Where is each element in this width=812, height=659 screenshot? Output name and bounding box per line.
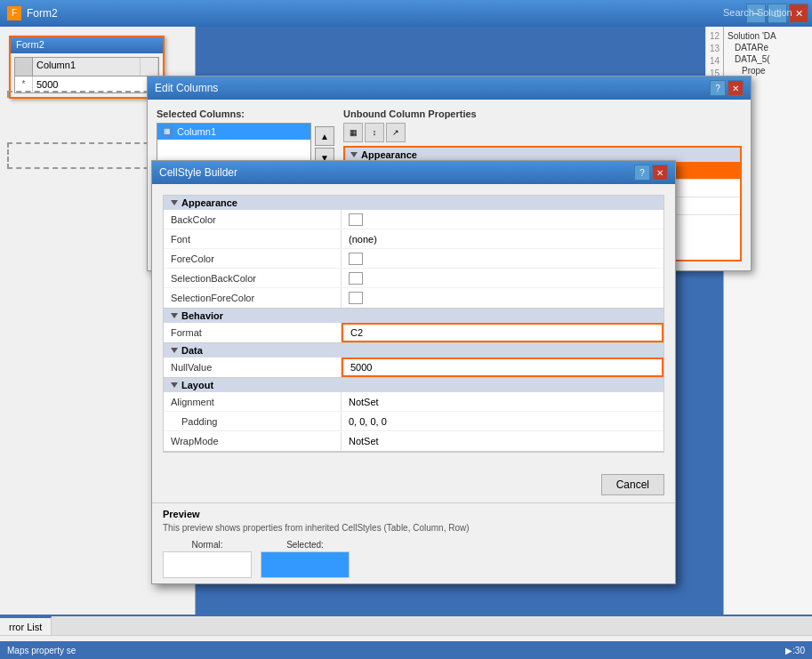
normal-label: Normal: [191, 540, 222, 550]
selected-preview: Selected: [261, 540, 350, 578]
search-solution-label: Search Solution [723, 7, 792, 18]
solution-properties-item[interactable]: Prope [742, 65, 808, 76]
sel-back-color-swatch [349, 272, 363, 285]
font-row[interactable]: Font (none) [164, 229, 663, 249]
main-layout: Form2 Column1 * 5000 [0, 27, 812, 659]
data5-label: DATA_5( [735, 54, 770, 64]
move-up-button[interactable]: ▲ [315, 126, 334, 146]
datagrid-header: Column1 [15, 58, 158, 76]
solution-dataresources-item[interactable]: DATARe [735, 42, 808, 53]
form2-title-bar: Form2 [11, 37, 163, 53]
back-color-swatch [349, 213, 363, 226]
layout-props: Alignment NotSet Padding 0, 0, 0, 0 Wrap… [164, 392, 663, 452]
cellstyle-help-button[interactable]: ? [634, 165, 650, 181]
cellstyle-close-button[interactable]: ✕ [652, 165, 668, 181]
line-12: 12 [706, 30, 723, 43]
form2-designer-window: Form2 Column1 * 5000 [9, 36, 165, 99]
appearance-expand-icon [171, 200, 178, 205]
alignment-value: NotSet [342, 392, 663, 411]
selection-back-color-label: SelectionBackColor [164, 269, 342, 287]
appearance-props: BackColor Font (none) ForeColor [164, 210, 663, 309]
unbound-props-label: Unbound Column Properties [343, 108, 742, 119]
back-color-row[interactable]: BackColor [164, 210, 663, 229]
layout-expand-icon [171, 382, 178, 388]
behavior-section-header: Behavior [164, 309, 663, 323]
datagrid-preview: Column1 * 5000 [14, 57, 159, 93]
selection-back-color-value [342, 269, 663, 287]
props-view-btn1[interactable]: ▦ [343, 123, 363, 142]
solution-root-item[interactable]: Solution 'DA [728, 30, 808, 42]
wrap-mode-label: WrapMode [164, 431, 342, 451]
extra-col-header [141, 58, 158, 76]
appearance-section-label: Appearance [181, 197, 237, 208]
sel-fore-color-swatch [349, 292, 363, 304]
selected-cols-label: Selected Columns: [157, 108, 334, 119]
props-btn3[interactable]: ↗ [386, 123, 406, 142]
column1-label: Column1 [177, 126, 216, 137]
error-list-tab[interactable]: rror List [0, 616, 52, 635]
app-icon: F [7, 6, 21, 20]
solution-explorer-content: Solution 'DA DATARe DATA_5( Prope [724, 27, 812, 80]
cancel-button[interactable]: Cancel [601, 474, 664, 495]
dataresources-label: DATARe [735, 43, 768, 52]
edit-columns-title: Edit Columns [155, 82, 218, 94]
selection-fore-color-row[interactable]: SelectionForeColor [164, 288, 663, 308]
column1-item[interactable]: ▦ Column1 [157, 124, 310, 140]
edit-columns-title-bar: Edit Columns ? ✕ [148, 76, 751, 100]
padding-label: Padding [164, 412, 342, 430]
fore-color-row[interactable]: ForeColor [164, 249, 663, 269]
format-value[interactable]: C2 [342, 323, 663, 342]
format-label: Format [164, 323, 342, 342]
dialog-controls: ? ✕ [710, 80, 744, 96]
data-expand-icon [171, 348, 178, 353]
search-solution-area: Search Solution [723, 7, 812, 18]
layout-section-header: Layout [164, 378, 663, 392]
alignment-row[interactable]: Alignment NotSet [164, 392, 663, 412]
row-indicator: * [15, 76, 33, 92]
cursor-position: ▶:30 [785, 646, 805, 655]
preview-label: Preview [163, 509, 664, 519]
expand-icon [350, 152, 358, 157]
behavior-expand-icon [171, 313, 178, 318]
title-bar: F Form2 ─ □ ✕ Search Solution [0, 0, 812, 27]
null-value-label: NullValue [164, 358, 342, 377]
data-props: NullValue 5000 [164, 358, 663, 378]
selection-back-color-row[interactable]: SelectionBackColor [164, 269, 663, 288]
null-value-row[interactable]: NullValue 5000 [164, 358, 663, 377]
font-label: Font [164, 229, 342, 248]
cellstyle-preview: Preview This preview shows properties fr… [152, 502, 675, 583]
padding-row[interactable]: Padding 0, 0, 0, 0 [164, 412, 663, 431]
dg-corner [15, 58, 33, 76]
solution-data5-item[interactable]: DATA_5( [735, 53, 808, 65]
cellstyle-body: Appearance BackColor Font (none) ForeC [152, 184, 675, 470]
selected-label: Selected: [286, 540, 324, 550]
selection-fore-color-label: SelectionForeColor [164, 288, 342, 308]
data-section-header: Data [164, 343, 663, 358]
layout-section-label: Layout [181, 380, 213, 390]
error-list-tab-label: rror List [9, 622, 42, 632]
behavior-props: Format C2 [164, 323, 663, 343]
solution-root-label: Solution 'DA [728, 31, 776, 41]
normal-preview: Normal: [163, 540, 252, 578]
dialog-close-button[interactable]: ✕ [728, 80, 744, 96]
bottom-tabs: rror List [0, 616, 812, 636]
properties-label: Prope [742, 66, 766, 76]
status-text: Maps property se [7, 646, 76, 655]
dialog-help-button[interactable]: ? [710, 80, 726, 96]
fore-color-label: ForeColor [164, 249, 342, 268]
cellstyle-appearance-header: Appearance [164, 196, 663, 210]
props-toolbar: ▦ ↕ ↗ [343, 123, 742, 142]
normal-preview-box [163, 551, 252, 578]
selected-preview-box [261, 551, 350, 578]
column1-header: Column1 [33, 58, 141, 76]
wrap-mode-row[interactable]: WrapMode NotSet [164, 431, 663, 451]
null-value-value[interactable]: 5000 [342, 358, 663, 377]
cell-value: 5000 [33, 78, 158, 91]
padding-value: 0, 0, 0, 0 [342, 412, 663, 430]
selection-handle-bottom [7, 142, 167, 169]
format-row[interactable]: Format C2 [164, 323, 663, 342]
fore-color-swatch [349, 253, 363, 265]
props-sort-btn[interactable]: ↕ [365, 123, 384, 142]
status-bar: Maps property se ▶:30 [0, 641, 812, 659]
font-value: (none) [342, 229, 663, 248]
